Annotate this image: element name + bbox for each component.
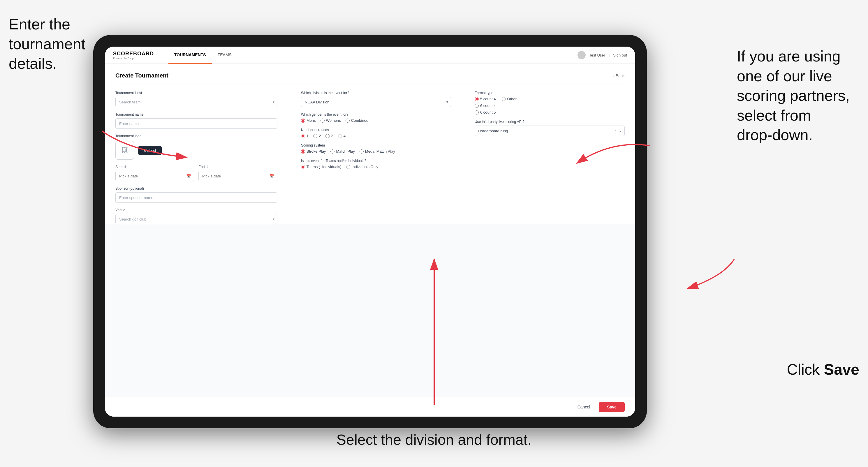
top-nav: SCOREBOARD Powered by Clippd TOURNAMENTS… xyxy=(105,46,635,64)
sponsor-group: Sponsor (optional) xyxy=(115,186,277,203)
user-name: Test User xyxy=(589,53,605,57)
date-fields: Start date 📅 End date 📅 xyxy=(115,165,277,181)
rounds-2-label: 2 xyxy=(319,134,321,138)
teams-individuals-radio[interactable] xyxy=(346,165,350,169)
format-6count5[interactable]: 6 count 5 xyxy=(475,110,496,115)
live-scoring-clear-icon[interactable]: × xyxy=(615,129,617,133)
rounds-2-radio[interactable] xyxy=(313,134,317,138)
rounds-radio-group: 1 2 3 xyxy=(301,134,451,138)
sponsor-label: Sponsor (optional) xyxy=(115,186,277,190)
rounds-3-radio[interactable] xyxy=(326,134,330,138)
end-date-input[interactable] xyxy=(198,171,277,181)
rounds-1-radio[interactable] xyxy=(301,134,305,138)
format-other-label: Other xyxy=(507,97,517,101)
rounds-3-label: 3 xyxy=(331,134,333,138)
nav-item-tournaments[interactable]: TOURNAMENTS xyxy=(168,46,212,64)
start-date-label: Start date xyxy=(115,165,194,169)
scoring-match[interactable]: Match Play xyxy=(331,149,354,154)
gender-label: Which gender is the event for? xyxy=(301,113,451,117)
cancel-button[interactable]: Cancel xyxy=(573,402,595,412)
venue-group: Venue ▾ xyxy=(115,208,277,224)
left-column: Tournament Host ▾ Tournament name xyxy=(115,91,277,224)
gender-womens-label: Womens xyxy=(326,118,341,123)
scoring-stroke-radio[interactable] xyxy=(301,150,305,154)
image-icon: 🖼 xyxy=(122,147,128,154)
logo-placeholder: 🖼 xyxy=(115,141,134,160)
annotation-bottomright: Click Save xyxy=(787,360,859,380)
form-columns: Tournament Host ▾ Tournament name xyxy=(115,91,625,224)
save-button[interactable]: Save xyxy=(599,402,625,412)
scoring-medal[interactable]: Medal Match Play xyxy=(360,149,395,154)
division-label: Which division is the event for? xyxy=(301,91,451,95)
gender-mens[interactable]: Mens xyxy=(301,118,316,123)
gender-womens[interactable]: Womens xyxy=(320,118,341,123)
format-6count4[interactable]: 6 count 4 xyxy=(475,103,496,108)
format-5count4[interactable]: 5 count 4 xyxy=(475,97,496,101)
tablet-screen: SCOREBOARD Powered by Clippd TOURNAMENTS… xyxy=(105,46,635,416)
rounds-4[interactable]: 4 xyxy=(338,134,346,138)
format-6count4-label: 6 count 4 xyxy=(480,103,496,108)
scoring-group: Scoring system Stroke Play Match Play xyxy=(301,143,451,154)
format-5count4-radio[interactable] xyxy=(475,97,479,101)
format-row-2: 6 count 4 xyxy=(475,103,625,108)
end-date-group: End date 📅 xyxy=(198,165,277,181)
brand-name: SCOREBOARD xyxy=(113,51,154,57)
tournament-host-input[interactable] xyxy=(115,97,277,107)
gender-combined[interactable]: Combined xyxy=(346,118,368,123)
tournament-host-group: Tournament Host ▾ xyxy=(115,91,277,107)
scoring-stroke-label: Stroke Play xyxy=(307,149,326,154)
scoring-stroke[interactable]: Stroke Play xyxy=(301,149,326,154)
teams-individuals-label: Individuals Only xyxy=(352,165,378,169)
nav-item-teams[interactable]: TEAMS xyxy=(212,46,238,64)
scoring-match-label: Match Play xyxy=(336,149,354,154)
format-other[interactable]: Other xyxy=(502,97,517,101)
scoring-medal-radio[interactable] xyxy=(360,150,364,154)
scoring-medal-label: Medal Match Play xyxy=(365,149,395,154)
live-scoring-label: Use third-party live scoring API? xyxy=(475,120,625,124)
format-6count5-radio[interactable] xyxy=(475,111,479,115)
division-select[interactable]: NCAA Division I xyxy=(301,97,451,107)
scoring-radio-group: Stroke Play Match Play Medal Match Play xyxy=(301,149,451,154)
teams-teams[interactable]: Teams (+Individuals) xyxy=(301,165,341,169)
division-select-wrapper: NCAA Division I xyxy=(301,97,451,107)
gender-mens-label: Mens xyxy=(307,118,316,123)
rounds-4-radio[interactable] xyxy=(338,134,342,138)
form-header: Create Tournament ‹ Back xyxy=(115,72,625,84)
format-type-options: 5 count 4 Other xyxy=(475,97,625,115)
sign-out-link[interactable]: Sign out xyxy=(613,53,627,57)
rounds-3[interactable]: 3 xyxy=(326,134,333,138)
venue-label: Venue xyxy=(115,208,277,212)
end-date-wrapper: 📅 xyxy=(198,171,277,181)
rounds-label: Number of rounds xyxy=(301,128,451,132)
form-footer: Cancel Save xyxy=(105,397,635,416)
teams-teams-radio[interactable] xyxy=(301,165,305,169)
tournament-logo-label: Tournament logo xyxy=(115,134,277,138)
upload-button[interactable]: Upload xyxy=(138,146,162,155)
venue-input[interactable] xyxy=(115,214,277,224)
right-column: Format type 5 count 4 Other xyxy=(463,91,625,224)
gender-mens-radio[interactable] xyxy=(301,119,305,123)
format-other-radio[interactable] xyxy=(502,97,506,101)
gender-combined-radio[interactable] xyxy=(346,119,350,123)
gender-womens-radio[interactable] xyxy=(320,119,324,123)
scoring-match-radio[interactable] xyxy=(331,150,335,154)
rounds-1[interactable]: 1 xyxy=(301,134,309,138)
tournament-name-input[interactable] xyxy=(115,118,277,129)
format-6count4-radio[interactable] xyxy=(475,104,479,108)
division-group: Which division is the event for? NCAA Di… xyxy=(301,91,451,107)
live-scoring-dropdown[interactable]: Leaderboard King × ⌄ xyxy=(475,126,625,136)
calendar-icon-end: 📅 xyxy=(270,174,275,178)
rounds-2[interactable]: 2 xyxy=(313,134,321,138)
rounds-4-label: 4 xyxy=(344,134,346,138)
teams-label: Is this event for Teams and/or Individua… xyxy=(301,159,451,163)
separator: | xyxy=(609,53,610,57)
back-button[interactable]: ‹ Back xyxy=(613,73,625,78)
annotation-topleft: Enter thetournamentdetails. xyxy=(9,14,85,74)
sponsor-input[interactable] xyxy=(115,192,277,203)
live-scoring-chevron-icon: ⌄ xyxy=(619,129,621,133)
teams-individuals[interactable]: Individuals Only xyxy=(346,165,378,169)
start-date-input[interactable] xyxy=(115,171,194,181)
format-type-label: Format type xyxy=(475,91,625,95)
teams-group: Is this event for Teams and/or Individua… xyxy=(301,159,451,169)
venue-input-wrapper: ▾ xyxy=(115,214,277,224)
